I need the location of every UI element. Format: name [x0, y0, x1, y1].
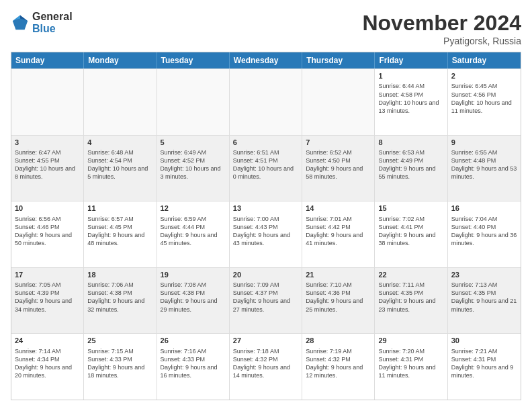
location: Pyatigorsk, Russia: [362, 36, 521, 46]
calendar-cell: 14Sunrise: 7:01 AM Sunset: 4:42 PM Dayli…: [302, 201, 375, 267]
day-info: Sunrise: 6:59 AM Sunset: 4:44 PM Dayligh…: [161, 215, 226, 248]
day-number: 22: [378, 270, 443, 280]
day-number: 4: [87, 138, 152, 148]
calendar-header: SundayMondayTuesdayWednesdayThursdayFrid…: [11, 52, 521, 68]
calendar-cell: [302, 69, 375, 135]
calendar-cell: 13Sunrise: 7:00 AM Sunset: 4:43 PM Dayli…: [230, 201, 302, 267]
day-info: Sunrise: 7:05 AM Sunset: 4:39 PM Dayligh…: [15, 281, 80, 314]
calendar-cell: 16Sunrise: 7:04 AM Sunset: 4:40 PM Dayli…: [448, 201, 521, 267]
day-info: Sunrise: 6:52 AM Sunset: 4:50 PM Dayligh…: [306, 148, 371, 181]
header-day-wednesday: Wednesday: [230, 52, 302, 68]
day-info: Sunrise: 7:08 AM Sunset: 4:38 PM Dayligh…: [161, 281, 226, 314]
day-info: Sunrise: 7:04 AM Sunset: 4:40 PM Dayligh…: [451, 215, 517, 248]
day-number: 26: [161, 336, 226, 346]
calendar-cell: 27Sunrise: 7:18 AM Sunset: 4:32 PM Dayli…: [230, 334, 302, 400]
calendar-row-3: 17Sunrise: 7:05 AM Sunset: 4:39 PM Dayli…: [11, 267, 521, 334]
calendar-cell: 3Sunrise: 6:47 AM Sunset: 4:55 PM Daylig…: [11, 136, 84, 201]
day-info: Sunrise: 6:44 AM Sunset: 4:58 PM Dayligh…: [378, 82, 443, 115]
day-number: 1: [378, 71, 443, 81]
calendar-cell: 22Sunrise: 7:11 AM Sunset: 4:35 PM Dayli…: [375, 268, 447, 334]
day-number: 29: [378, 336, 443, 346]
header-day-thursday: Thursday: [302, 52, 375, 68]
day-number: 24: [15, 336, 80, 346]
calendar-cell: 29Sunrise: 7:20 AM Sunset: 4:31 PM Dayli…: [375, 334, 447, 400]
calendar-cell: 18Sunrise: 7:06 AM Sunset: 4:38 PM Dayli…: [84, 268, 157, 334]
calendar-cell: 2Sunrise: 6:45 AM Sunset: 4:56 PM Daylig…: [448, 69, 521, 135]
calendar-body: 1Sunrise: 6:44 AM Sunset: 4:58 PM Daylig…: [11, 68, 521, 400]
day-info: Sunrise: 7:20 AM Sunset: 4:31 PM Dayligh…: [378, 347, 443, 380]
day-info: Sunrise: 6:49 AM Sunset: 4:52 PM Dayligh…: [161, 148, 226, 181]
calendar-cell: 4Sunrise: 6:48 AM Sunset: 4:54 PM Daylig…: [84, 136, 157, 201]
day-number: 13: [233, 203, 298, 214]
calendar-cell: 11Sunrise: 6:57 AM Sunset: 4:45 PM Dayli…: [84, 201, 157, 267]
day-number: 21: [306, 270, 371, 280]
day-number: 2: [451, 71, 517, 81]
calendar-cell: 28Sunrise: 7:19 AM Sunset: 4:32 PM Dayli…: [302, 334, 375, 400]
calendar-cell: 17Sunrise: 7:05 AM Sunset: 4:39 PM Dayli…: [11, 268, 84, 334]
logo-text: General Blue: [32, 11, 73, 34]
page: General Blue November 2024 Pyatigorsk, R…: [0, 0, 532, 411]
logo-blue: Blue: [32, 23, 73, 35]
logo: General Blue: [11, 11, 73, 34]
header-day-friday: Friday: [375, 52, 447, 68]
calendar-cell: 23Sunrise: 7:13 AM Sunset: 4:35 PM Dayli…: [448, 268, 521, 334]
day-number: 9: [451, 138, 517, 148]
day-info: Sunrise: 7:01 AM Sunset: 4:42 PM Dayligh…: [306, 215, 371, 248]
day-number: 18: [87, 270, 152, 280]
header: General Blue November 2024 Pyatigorsk, R…: [11, 11, 521, 46]
day-info: Sunrise: 7:09 AM Sunset: 4:37 PM Dayligh…: [233, 281, 298, 314]
header-day-monday: Monday: [84, 52, 157, 68]
calendar-cell: 26Sunrise: 7:16 AM Sunset: 4:33 PM Dayli…: [157, 334, 230, 400]
day-number: 28: [306, 336, 371, 346]
calendar-cell: 21Sunrise: 7:10 AM Sunset: 4:36 PM Dayli…: [302, 268, 375, 334]
day-info: Sunrise: 7:02 AM Sunset: 4:41 PM Dayligh…: [378, 215, 443, 248]
calendar-cell: 1Sunrise: 6:44 AM Sunset: 4:58 PM Daylig…: [375, 69, 447, 135]
day-info: Sunrise: 6:47 AM Sunset: 4:55 PM Dayligh…: [15, 148, 80, 181]
calendar-cell: 20Sunrise: 7:09 AM Sunset: 4:37 PM Dayli…: [230, 268, 302, 334]
logo-general: General: [32, 11, 73, 23]
day-info: Sunrise: 7:18 AM Sunset: 4:32 PM Dayligh…: [233, 347, 298, 380]
day-info: Sunrise: 7:11 AM Sunset: 4:35 PM Dayligh…: [378, 281, 443, 314]
calendar-row-1: 3Sunrise: 6:47 AM Sunset: 4:55 PM Daylig…: [11, 135, 521, 201]
calendar-cell: 30Sunrise: 7:21 AM Sunset: 4:31 PM Dayli…: [448, 334, 521, 400]
day-info: Sunrise: 7:15 AM Sunset: 4:33 PM Dayligh…: [87, 347, 152, 380]
day-info: Sunrise: 6:57 AM Sunset: 4:45 PM Dayligh…: [87, 215, 152, 248]
day-info: Sunrise: 7:13 AM Sunset: 4:35 PM Dayligh…: [451, 281, 517, 314]
calendar-cell: 19Sunrise: 7:08 AM Sunset: 4:38 PM Dayli…: [157, 268, 230, 334]
calendar-cell: [230, 69, 302, 135]
calendar-cell: 25Sunrise: 7:15 AM Sunset: 4:33 PM Dayli…: [84, 334, 157, 400]
day-number: 19: [161, 270, 226, 280]
calendar-cell: 5Sunrise: 6:49 AM Sunset: 4:52 PM Daylig…: [157, 136, 230, 201]
calendar-cell: 7Sunrise: 6:52 AM Sunset: 4:50 PM Daylig…: [302, 136, 375, 201]
calendar-cell: [84, 69, 157, 135]
day-info: Sunrise: 7:19 AM Sunset: 4:32 PM Dayligh…: [306, 347, 371, 380]
day-info: Sunrise: 6:45 AM Sunset: 4:56 PM Dayligh…: [451, 82, 517, 115]
day-info: Sunrise: 6:48 AM Sunset: 4:54 PM Dayligh…: [87, 148, 152, 181]
day-number: 8: [378, 138, 443, 148]
day-info: Sunrise: 7:00 AM Sunset: 4:43 PM Dayligh…: [233, 215, 298, 248]
day-number: 7: [306, 138, 371, 148]
day-info: Sunrise: 7:21 AM Sunset: 4:31 PM Dayligh…: [451, 347, 517, 380]
day-number: 3: [15, 138, 80, 148]
day-number: 23: [451, 270, 517, 280]
calendar: SundayMondayTuesdayWednesdayThursdayFrid…: [11, 52, 521, 400]
day-number: 15: [378, 203, 443, 214]
day-number: 17: [15, 270, 80, 280]
day-info: Sunrise: 6:51 AM Sunset: 4:51 PM Dayligh…: [233, 148, 298, 181]
calendar-cell: 6Sunrise: 6:51 AM Sunset: 4:51 PM Daylig…: [230, 136, 302, 201]
calendar-cell: 12Sunrise: 6:59 AM Sunset: 4:44 PM Dayli…: [157, 201, 230, 267]
calendar-cell: 10Sunrise: 6:56 AM Sunset: 4:46 PM Dayli…: [11, 201, 84, 267]
calendar-cell: [11, 69, 84, 135]
day-number: 25: [87, 336, 152, 346]
day-info: Sunrise: 7:10 AM Sunset: 4:36 PM Dayligh…: [306, 281, 371, 314]
day-number: 30: [451, 336, 517, 346]
calendar-cell: 15Sunrise: 7:02 AM Sunset: 4:41 PM Dayli…: [375, 201, 447, 267]
day-info: Sunrise: 6:56 AM Sunset: 4:46 PM Dayligh…: [15, 215, 80, 248]
day-info: Sunrise: 7:16 AM Sunset: 4:33 PM Dayligh…: [161, 347, 226, 380]
day-number: 6: [233, 138, 298, 148]
calendar-cell: 9Sunrise: 6:55 AM Sunset: 4:48 PM Daylig…: [448, 136, 521, 201]
month-title: November 2024: [362, 11, 521, 36]
logo-icon: [11, 13, 30, 32]
day-number: 11: [87, 203, 152, 214]
calendar-row-4: 24Sunrise: 7:14 AM Sunset: 4:34 PM Dayli…: [11, 333, 521, 400]
